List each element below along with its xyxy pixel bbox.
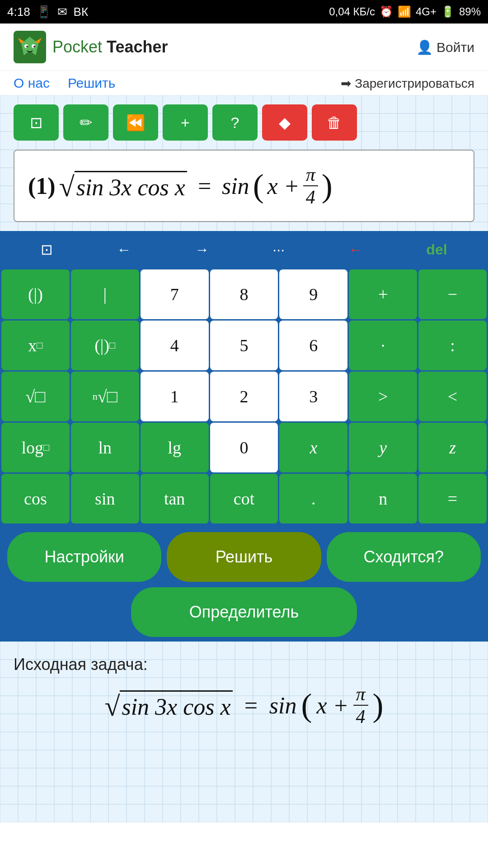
nav-links: О нас Решить — [14, 75, 116, 91]
app-name-bold: Teacher — [107, 38, 168, 56]
btn-sqrt[interactable]: √□ — [1, 372, 70, 421]
app-name-prefix: Pocket — [52, 38, 107, 56]
nav-solve[interactable]: Решить — [68, 75, 116, 91]
btn-3[interactable]: 3 — [279, 372, 347, 421]
fox-logo — [17, 34, 42, 60]
btn-nth-sqrt[interactable]: n√□ — [71, 372, 139, 421]
result-sqrt: √ sin 3x cos x — [104, 690, 232, 720]
formula-area: ⊡ ✏ ⏪ + ? ◆ 🗑 (1) √ sin 3x cos x = sin (… — [0, 95, 488, 231]
btn-4[interactable]: 4 — [141, 321, 209, 370]
keyboard-area: ⊡ ← → ··· ← del (|) | 7 8 9 + − x□ (|)□ … — [0, 231, 488, 642]
math-formula-display: (1) √ sin 3x cos x = sin ( x + π 4 ) — [28, 164, 333, 208]
kb-screen-btn[interactable]: ⊡ — [34, 238, 59, 261]
alarm-icon: ⏰ — [380, 5, 393, 18]
kb-backspace-btn[interactable]: ← — [342, 239, 369, 261]
btn-8[interactable]: 8 — [210, 269, 278, 319]
time: 4:18 — [7, 5, 30, 19]
btn-sin[interactable]: sin — [71, 474, 139, 524]
btn-divide[interactable]: : — [418, 321, 487, 370]
btn-tan[interactable]: tan — [141, 474, 209, 524]
btn-y[interactable]: y — [349, 423, 417, 472]
toolbar-add-btn[interactable]: + — [163, 104, 208, 141]
toolbar-help-btn[interactable]: ? — [212, 104, 258, 141]
action-buttons: Настройки Решить Сходится? Определитель — [0, 525, 488, 642]
btn-x[interactable]: x — [279, 423, 347, 472]
result-inner: x + — [316, 692, 348, 719]
fraction: π 4 — [303, 164, 318, 208]
btn-cot[interactable]: cot — [210, 474, 278, 524]
btn-plus[interactable]: + — [349, 269, 417, 319]
result-formula: √ sin 3x cos x = sin ( x + π 4 ) — [14, 683, 474, 727]
equals-sign: = — [191, 173, 218, 199]
btn-bar[interactable]: | — [71, 269, 139, 319]
inner-x: x + — [267, 173, 300, 199]
logo-icon — [14, 31, 46, 63]
btn-x-power[interactable]: x□ — [1, 321, 70, 370]
btn-5[interactable]: 5 — [210, 321, 278, 370]
settings-btn[interactable]: Настройки — [7, 532, 161, 582]
btn-1[interactable]: 1 — [141, 372, 209, 421]
action-row-2: Определитель — [7, 587, 481, 637]
btn-equals[interactable]: = — [418, 474, 487, 524]
network-type: 4G+ — [416, 5, 436, 18]
status-left: 4:18 📱 ✉ ВК — [7, 5, 88, 19]
battery-level: 89% — [459, 5, 481, 18]
login-link[interactable]: 👤 Войти — [416, 39, 474, 55]
sin-part: sin — [222, 173, 249, 199]
btn-2[interactable]: 2 — [210, 372, 278, 421]
btn-parens[interactable]: (|) — [1, 269, 70, 319]
svg-point-5 — [26, 46, 28, 47]
determinant-btn[interactable]: Определитель — [131, 587, 357, 637]
btn-7[interactable]: 7 — [141, 269, 209, 319]
result-sin: sin — [269, 692, 297, 719]
kb-forward-btn[interactable]: → — [188, 239, 216, 261]
btn-0[interactable]: 0 — [210, 423, 278, 472]
vk-icon: ВК — [74, 5, 89, 19]
nav-bar: О нас Решить ➡ Зарегистрироваться — [0, 71, 488, 95]
person-icon: 👤 — [416, 40, 433, 55]
btn-log[interactable]: log□ — [1, 423, 70, 472]
btn-decimal[interactable]: . — [279, 474, 347, 524]
btn-n[interactable]: n — [349, 474, 417, 524]
kb-more-btn[interactable]: ··· — [266, 239, 291, 261]
result-label: Исходная задача: — [14, 655, 474, 674]
btn-6[interactable]: 6 — [279, 321, 347, 370]
converges-btn[interactable]: Сходится? — [327, 532, 481, 582]
btn-minus[interactable]: − — [418, 269, 487, 319]
app-name: Pocket Teacher — [52, 38, 168, 57]
result-area: Исходная задача: √ sin 3x cos x = sin ( … — [0, 642, 488, 822]
equation-number: (1) — [28, 173, 56, 199]
toolbar: ⊡ ✏ ⏪ + ? ◆ 🗑 — [14, 104, 474, 141]
btn-z[interactable]: z — [418, 423, 487, 472]
kb-back-btn[interactable]: ← — [110, 239, 137, 261]
action-row-1: Настройки Решить Сходится? — [7, 532, 481, 582]
btn-dot-mult[interactable]: · — [349, 321, 417, 370]
kb-del-btn[interactable]: del — [420, 239, 453, 261]
header-auth: 👤 Войти — [416, 39, 474, 55]
nav-register[interactable]: ➡ Зарегистрироваться — [341, 76, 474, 91]
login-label: Войти — [436, 40, 474, 55]
header: Pocket Teacher 👤 Войти — [0, 24, 488, 71]
toolbar-delete-btn[interactable]: 🗑 — [312, 104, 357, 141]
sim-icon: 📱 — [37, 5, 51, 19]
calc-grid: (|) | 7 8 9 + − x□ (|)□ 4 5 6 · : √□ n√□… — [0, 268, 488, 525]
svg-marker-0 — [21, 36, 39, 56]
toolbar-erase-btn[interactable]: ◆ — [262, 104, 307, 141]
btn-cos[interactable]: cos — [1, 474, 70, 524]
btn-greater[interactable]: > — [349, 372, 417, 421]
result-frac: π 4 — [353, 683, 368, 727]
math-input-box[interactable]: (1) √ sin 3x cos x = sin ( x + π 4 ) — [14, 150, 474, 222]
toolbar-edit-btn[interactable]: ✏ — [63, 104, 108, 141]
status-right: 0,04 КБ/с ⏰ 📶 4G+ 🔋 89% — [329, 5, 481, 18]
result-equals: = — [237, 692, 265, 719]
btn-9[interactable]: 9 — [279, 269, 347, 319]
btn-less[interactable]: < — [418, 372, 487, 421]
toolbar-screen-btn[interactable]: ⊡ — [14, 104, 59, 141]
btn-ln[interactable]: ln — [71, 423, 139, 472]
toolbar-back-btn[interactable]: ⏪ — [113, 104, 158, 141]
mail-icon: ✉ — [57, 5, 67, 19]
solve-btn[interactable]: Решить — [167, 532, 321, 582]
btn-lg[interactable]: lg — [141, 423, 209, 472]
btn-paren-power[interactable]: (|)□ — [71, 321, 139, 370]
nav-about[interactable]: О нас — [14, 75, 50, 91]
